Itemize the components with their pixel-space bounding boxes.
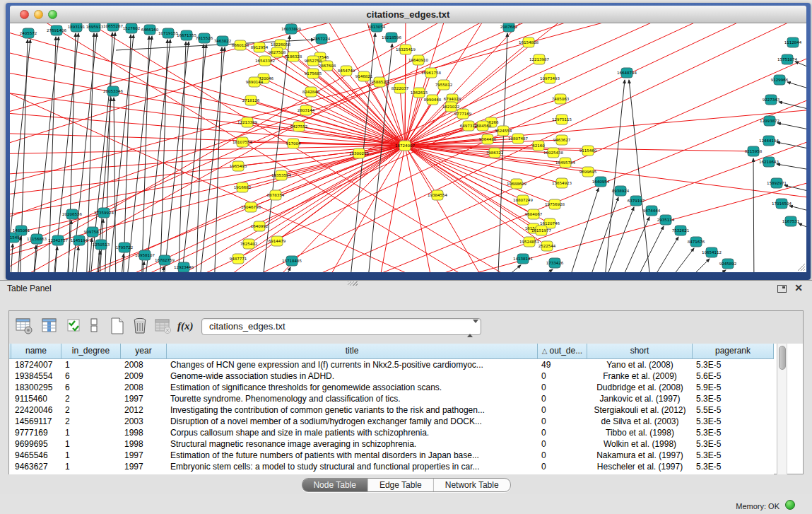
cell-title[interactable]: Investigating the contribution of common… (167, 404, 538, 416)
new-table-icon[interactable] (108, 317, 126, 335)
graph-node[interactable]: 9463627 (553, 135, 571, 145)
tab-node-table[interactable]: Node Table (302, 479, 367, 491)
cell-in-degree[interactable]: 1 (61, 438, 121, 450)
graph-node[interactable]: 9115460 (579, 146, 597, 156)
graph-node[interactable]: 12975115 (552, 115, 572, 124)
graph-node[interactable]: 10655287 (103, 23, 123, 31)
graph-node[interactable]: 9245892 (719, 259, 737, 269)
cell-short[interactable]: Dudbridge et al. (2008) (587, 382, 693, 393)
graph-node[interactable]: 15892971 (767, 178, 787, 188)
table-row[interactable]: 977716911998Corpus callosum shape and si… (9, 427, 774, 438)
graph-node[interactable]: 9097583 (84, 227, 102, 237)
graph-node[interactable]: 16782759 (155, 255, 175, 265)
table-row[interactable]: 1456911722003Disruption of a novel membe… (9, 416, 774, 427)
float-panel-icon[interactable] (777, 285, 787, 293)
cell-in-degree[interactable]: 2 (61, 416, 121, 427)
cell-title[interactable]: Corpus callosum shape and size in male p… (167, 427, 538, 438)
cell-title[interactable]: Changes of HCN gene expression and I(f) … (167, 359, 538, 370)
cell-out-de-[interactable]: 0 (538, 382, 587, 393)
splitter-handle[interactable] (348, 281, 358, 286)
cell-in-degree[interactable]: 2 (61, 404, 121, 416)
graph-node[interactable]: 12923448 (174, 262, 194, 272)
cell-out-de-[interactable]: 0 (538, 404, 587, 416)
graph-node[interactable]: 8215958 (745, 146, 763, 156)
table-row[interactable]: 969969511998Structural magnetic resonanc… (9, 438, 774, 450)
cell-year[interactable]: 2008 (121, 359, 167, 370)
minimize-button[interactable] (34, 10, 43, 19)
graph-node[interactable]: 19218596 (382, 33, 401, 42)
cell-pagerank[interactable]: 5.6E-5 (693, 370, 774, 382)
cell-out-de-[interactable]: 49 (538, 359, 587, 370)
resize-grip-icon[interactable] (796, 262, 806, 271)
graph-node[interactable]: 8427552 (290, 122, 308, 132)
cell-name[interactable]: 9115460 (11, 393, 61, 404)
graph-node[interactable]: 13654923 (552, 178, 572, 188)
scrollbar-thumb[interactable] (779, 346, 786, 370)
cell-pagerank[interactable]: 5.3E-5 (693, 438, 774, 450)
cell-year[interactable]: 1997 (121, 393, 167, 404)
cell-title[interactable]: Tourette syndrome. Phenomenology and cla… (167, 393, 538, 404)
graph-node[interactable]: 1250513 (93, 240, 110, 250)
cell-pagerank[interactable]: 5.3E-5 (693, 450, 774, 461)
graph-node[interactable]: 8322037 (392, 83, 409, 93)
cell-year[interactable]: 2009 (121, 370, 167, 382)
graph-node[interactable]: 7955812 (435, 80, 453, 90)
column-header-year[interactable]: year (121, 344, 167, 358)
cell-out-de-[interactable]: 0 (538, 393, 587, 404)
cell-in-degree[interactable]: 1 (61, 450, 121, 461)
graph-node[interactable]: 12213987 (529, 54, 549, 64)
table-row[interactable]: 1938455462009Genome-wide association stu… (9, 370, 774, 382)
network-window-titlebar[interactable]: citations_edges.txt (10, 6, 806, 23)
graph-node[interactable]: 16046798 (241, 202, 261, 212)
graph-node[interactable]: 20206536 (62, 209, 82, 219)
cell-in-degree[interactable]: 6 (61, 370, 121, 382)
column-header-title[interactable]: title (167, 344, 538, 358)
cell-name[interactable]: 9699695 (11, 438, 61, 450)
graph-node[interactable]: 16671355 (177, 30, 196, 40)
cell-short[interactable]: Nakamura et al. (1997) (587, 450, 693, 461)
graph-node[interactable]: 12093872 (760, 116, 779, 126)
cell-year[interactable]: 1997 (121, 450, 167, 461)
graph-node[interactable]: 7485063 (552, 94, 570, 104)
graph-node[interactable]: 1640954 (592, 177, 610, 187)
cell-year[interactable]: 2008 (121, 382, 167, 393)
citation-graph[interactable]: 1872400724055722769140618931911695913106… (10, 23, 806, 272)
graph-node[interactable]: 8990448 (424, 95, 442, 105)
cell-short[interactable]: Wolkin et al. (1998) (587, 438, 693, 450)
graph-node[interactable]: 18495784 (555, 158, 575, 168)
graph-node[interactable]: 16961758 (421, 68, 441, 78)
column-header-out-de-[interactable]: △out_de... (538, 344, 587, 358)
graph-node[interactable]: 27691406 (47, 25, 66, 35)
cell-pagerank[interactable]: 5.3E-5 (693, 393, 774, 404)
table-row[interactable]: 1830029562008Estimation of significance … (9, 382, 774, 393)
graph-node[interactable]: 9227343 (763, 95, 780, 105)
graph-node[interactable]: 3624554 (495, 126, 512, 136)
table-settings-icon[interactable] (15, 317, 33, 335)
cell-year[interactable]: 2012 (121, 404, 167, 416)
graph-node[interactable]: 8813054 (368, 23, 386, 32)
memory-status-indicator[interactable] (785, 500, 795, 510)
graph-node[interactable]: 12342757 (48, 235, 68, 245)
cell-title[interactable]: Disruption of a novel member of a sodium… (167, 416, 538, 427)
graph-node[interactable]: 16648794 (617, 68, 637, 78)
zoom-button[interactable] (48, 10, 57, 19)
tab-network-table[interactable]: Network Table (433, 479, 510, 491)
graph-node[interactable]: 10719155 (158, 28, 178, 38)
cell-short[interactable]: de Silva et al. (2003) (587, 416, 693, 427)
cell-name[interactable]: 18724007 (11, 359, 61, 370)
graph-node[interactable]: 2522544 (539, 241, 556, 251)
graph-node[interactable]: 17016504 (772, 199, 792, 209)
row-height-icon[interactable] (88, 317, 100, 335)
cell-in-degree[interactable]: 1 (61, 427, 121, 438)
graph-node[interactable]: 10654112 (702, 247, 722, 257)
graph-node[interactable]: 16154808 (519, 37, 539, 47)
cell-out-de-[interactable]: 0 (538, 427, 587, 438)
graph-node[interactable]: 1167531 (782, 216, 800, 226)
table-row[interactable]: 2242004622012Investigating the contribut… (9, 404, 774, 416)
graph-node[interactable]: 1893191 (68, 23, 86, 32)
cell-year[interactable]: 1998 (121, 438, 167, 450)
cell-out-de-[interactable]: 0 (538, 416, 587, 427)
graph-node[interactable]: 10958107 (135, 250, 155, 260)
cell-short[interactable]: Jankovic et al. (1997) (587, 393, 693, 404)
graph-node[interactable]: 8938924 (612, 186, 630, 196)
